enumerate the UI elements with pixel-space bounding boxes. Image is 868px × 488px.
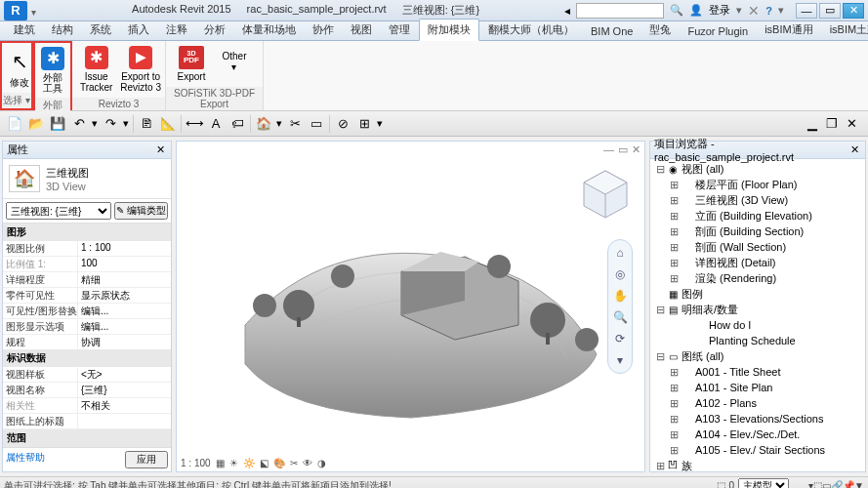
tab-8[interactable]: 视图 bbox=[343, 20, 380, 40]
sel-face-icon[interactable]: ▭ bbox=[822, 480, 831, 488]
qat-dim-icon[interactable]: ⟷ bbox=[186, 115, 203, 133]
login-label[interactable]: 登录 bbox=[709, 3, 730, 18]
vp-minimize-icon[interactable]: — bbox=[603, 143, 614, 155]
twisty-icon[interactable]: ⊟ bbox=[654, 163, 666, 176]
app-menu-chevron-icon[interactable] bbox=[31, 6, 41, 16]
tree-item[interactable]: How do I bbox=[652, 317, 863, 333]
vp-crop-icon[interactable]: ✂ bbox=[290, 458, 298, 468]
twisty-icon[interactable]: ⊞ bbox=[668, 194, 680, 207]
search-icon[interactable]: 🔍 bbox=[670, 4, 683, 17]
property-help-link[interactable]: 属性帮助 bbox=[6, 451, 125, 468]
vp-style-icon[interactable]: ☀ bbox=[229, 458, 238, 468]
external-tools-button[interactable]: ✱外部 工具 bbox=[37, 45, 68, 96]
edit-type-button[interactable]: ✎ 编辑类型 bbox=[114, 202, 168, 220]
twisty-icon[interactable]: ⊞ bbox=[654, 460, 666, 472]
nav-pan-icon[interactable]: ✋ bbox=[611, 287, 629, 305]
viewport[interactable]: — ▭ ✕ bbox=[176, 141, 645, 472]
sel-drag-icon[interactable]: ⬚ bbox=[813, 480, 822, 488]
qat-close-icon[interactable]: ⊘ bbox=[334, 115, 351, 133]
tree-item[interactable]: ⊞A102 - Plans bbox=[652, 395, 863, 411]
help-icon[interactable]: ? bbox=[765, 5, 772, 17]
tab-1[interactable]: 结构 bbox=[44, 20, 81, 40]
qat-3d-icon[interactable]: 🏠 bbox=[255, 115, 272, 133]
tree-item[interactable]: ⊞详图视图 (Detail) bbox=[652, 255, 863, 270]
app-icon[interactable]: R bbox=[4, 1, 27, 20]
twisty-icon[interactable]: ⊞ bbox=[668, 210, 680, 223]
tab-4[interactable]: 注释 bbox=[158, 20, 195, 40]
close-icon[interactable]: ✕ bbox=[153, 143, 167, 157]
nav-zoom-icon[interactable]: 🔍 bbox=[611, 308, 629, 326]
doc-restore-icon[interactable]: ❐ bbox=[823, 115, 841, 133]
property-row[interactable]: 视图样板<无> bbox=[3, 367, 171, 383]
qat-save-icon[interactable]: 💾 bbox=[49, 115, 66, 133]
tree-item[interactable]: ⊞渲染 (Rendering) bbox=[652, 270, 863, 286]
tab-12[interactable]: BIM One bbox=[583, 22, 641, 40]
qat-tag-icon[interactable]: 🏷 bbox=[228, 115, 246, 133]
twisty-icon[interactable]: ⊞ bbox=[668, 179, 680, 191]
nav-home-icon[interactable]: ⌂ bbox=[611, 244, 629, 262]
close-icon[interactable]: ✕ bbox=[848, 143, 861, 157]
twisty-icon[interactable]: ⊞ bbox=[668, 225, 680, 238]
close-button[interactable]: ✕ bbox=[843, 3, 864, 19]
sel-filter-icon[interactable]: ▼ bbox=[854, 480, 864, 488]
property-row[interactable]: 视图名称{三维} bbox=[3, 383, 171, 398]
tab-7[interactable]: 协作 bbox=[305, 20, 342, 40]
tree-item[interactable]: ⊟▤明细表/数量 bbox=[652, 302, 863, 317]
qat-section-icon[interactable]: ✂ bbox=[286, 115, 304, 133]
property-row[interactable]: 可见性/图形替换编辑... bbox=[3, 304, 171, 319]
qat-measure-icon[interactable]: 📐 bbox=[159, 115, 177, 133]
sel-link-icon[interactable]: 🔗 bbox=[831, 480, 843, 488]
tab-14[interactable]: Fuzor Plugin bbox=[680, 22, 756, 40]
property-row[interactable]: 比例值 1:100 bbox=[3, 257, 171, 272]
property-row[interactable]: 规程协调 bbox=[3, 335, 171, 349]
export-revizto-button[interactable]: ▶Export to Revizto 3 bbox=[118, 43, 163, 96]
property-row[interactable]: 零件可见性显示原状态 bbox=[3, 288, 171, 304]
nav-orbit-icon[interactable]: ⟳ bbox=[611, 330, 629, 347]
nav-expand-icon[interactable]: ▾ bbox=[611, 351, 629, 369]
property-row[interactable]: 视图比例1 : 100 bbox=[3, 241, 171, 257]
vp-render-icon[interactable]: 🎨 bbox=[273, 458, 285, 468]
vp-shadow-icon[interactable]: ⬕ bbox=[260, 458, 269, 468]
tree-item[interactable]: ⊞三维视图 (3D View) bbox=[652, 192, 863, 208]
doc-minimize-icon[interactable]: ▁ bbox=[804, 115, 821, 133]
modify-button[interactable]: ↖修改 bbox=[4, 45, 35, 91]
twisty-icon[interactable]: ⊞ bbox=[668, 397, 680, 410]
apply-button[interactable]: 应用 bbox=[125, 451, 168, 468]
tab-10[interactable]: 附加模块 bbox=[419, 19, 479, 41]
tree-item[interactable]: ⊞剖面 (Building Section) bbox=[652, 224, 863, 239]
model-selector[interactable]: 主模型 bbox=[738, 478, 789, 488]
tab-11[interactable]: 翻模大师（机电） bbox=[480, 20, 582, 40]
tab-15[interactable]: isBIM通用 bbox=[757, 20, 821, 40]
navigation-bar[interactable]: ⌂ ◎ ✋ 🔍 ⟳ ▾ bbox=[607, 239, 633, 374]
qat-switch-icon[interactable]: ⊞ bbox=[355, 115, 373, 133]
twisty-icon[interactable]: ⊞ bbox=[668, 241, 680, 254]
vp-sun-icon[interactable]: 🔆 bbox=[243, 458, 255, 468]
issue-tracker-button[interactable]: ✱Issue Tracker bbox=[74, 43, 118, 96]
qat-thin-icon[interactable]: ▭ bbox=[308, 115, 325, 133]
category-graphics[interactable]: 图形 bbox=[3, 224, 171, 241]
tree-item[interactable]: ⊞A105 - Elev./ Stair Sections bbox=[652, 442, 863, 458]
view-cube[interactable] bbox=[576, 165, 635, 224]
vp-hide-icon[interactable]: 👁 bbox=[303, 458, 312, 468]
vp-detail-icon[interactable]: ▦ bbox=[216, 458, 225, 468]
tree-item[interactable]: ⊟◉视图 (all) bbox=[652, 161, 863, 177]
info-left-icon[interactable]: ◂ bbox=[564, 4, 570, 18]
property-row[interactable]: 图纸上的标题 bbox=[3, 414, 171, 429]
twisty-icon[interactable]: ⊞ bbox=[668, 257, 680, 269]
category-range[interactable]: 范围 bbox=[3, 429, 171, 447]
tree-item[interactable]: ⊞楼层平面 (Floor Plan) bbox=[652, 177, 863, 192]
twisty-icon[interactable]: ⊞ bbox=[668, 413, 680, 426]
login-icon[interactable]: 👤 bbox=[689, 4, 703, 17]
twisty-icon[interactable]: ⊞ bbox=[668, 382, 680, 394]
qat-open-icon[interactable]: 📂 bbox=[27, 115, 45, 133]
tab-16[interactable]: isBIM土建 bbox=[822, 20, 868, 40]
view-type-icon[interactable]: 🏠 bbox=[9, 165, 40, 192]
tree-item[interactable]: ⊞A103 - Elevations/Sections bbox=[652, 411, 863, 427]
worksets-icon[interactable]: ⬚ bbox=[717, 480, 725, 488]
qat-text-icon[interactable]: A bbox=[207, 115, 225, 133]
tab-9[interactable]: 管理 bbox=[381, 20, 418, 40]
twisty-icon[interactable]: ⊟ bbox=[654, 304, 666, 316]
twisty-icon[interactable]: ⊞ bbox=[668, 428, 680, 441]
search-input[interactable] bbox=[576, 3, 664, 19]
maximize-button[interactable]: ▭ bbox=[819, 3, 841, 19]
